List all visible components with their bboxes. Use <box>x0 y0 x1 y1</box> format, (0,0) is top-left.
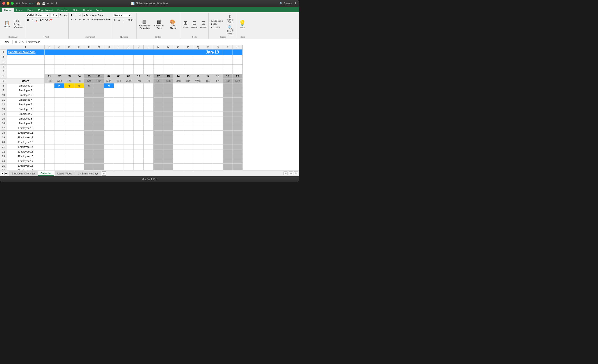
day-08[interactable]: Tue <box>114 79 124 83</box>
e1-t[interactable] <box>223 83 233 88</box>
day-06[interactable]: Sun <box>94 79 104 83</box>
col-header-r[interactable]: R <box>203 45 213 49</box>
share-icon[interactable]: ⬆ <box>294 2 297 5</box>
decrease-font-btn[interactable]: A↓ <box>63 13 67 17</box>
ideas-button[interactable]: 💡 Ideas <box>238 19 247 29</box>
day-12[interactable]: Sat <box>154 79 163 83</box>
align-middle-btn[interactable]: ↕ <box>74 13 78 17</box>
day-07[interactable]: Mon <box>104 79 114 83</box>
col-header-c[interactable]: C <box>54 45 64 49</box>
add-sheet-button[interactable]: + <box>102 171 106 176</box>
col-header-b[interactable]: B <box>45 45 54 49</box>
format-painter-button[interactable]: 🖌 Format <box>13 26 24 29</box>
align-right-btn[interactable]: ≡ <box>78 17 82 21</box>
day-04[interactable]: Fri <box>74 79 84 83</box>
e1-m[interactable] <box>154 83 163 88</box>
wrap-text-button[interactable]: ⮐ Wrap Text▾ <box>89 14 104 17</box>
sheet-tab-leave-types[interactable]: Leave Types <box>55 171 75 176</box>
date-05[interactable]: 05 <box>84 74 94 79</box>
day-02[interactable]: Wed <box>54 79 64 83</box>
date-04[interactable]: 04 <box>74 74 84 79</box>
normal-view-btn[interactable]: ⊟ <box>283 171 288 175</box>
empty-cell-1u[interactable] <box>233 49 243 55</box>
number-format-select[interactable]: General <box>113 13 132 17</box>
col-header-g[interactable]: G <box>94 45 104 49</box>
sheet-nav-left[interactable]: ◀ <box>1 172 4 175</box>
day-15[interactable]: Tue <box>183 79 193 83</box>
border-button[interactable]: ⊞▾ <box>40 18 44 22</box>
users-header-cell[interactable]: Users <box>7 79 45 83</box>
merge-centre-button[interactable]: ⊞ Merge & Centre▾ <box>91 18 111 21</box>
sheet-nav-right[interactable]: ▶ <box>4 172 8 175</box>
cell-reference-input[interactable] <box>1 40 13 44</box>
decrease-decimal-btn[interactable]: ←0 <box>126 18 130 22</box>
col-header-j[interactable]: J <box>124 45 134 49</box>
e1-h-h[interactable]: H <box>104 83 114 88</box>
day-03[interactable]: Thu <box>64 79 74 83</box>
home-icon[interactable]: 🏠 <box>37 2 40 5</box>
save-icon[interactable]: 💾 <box>42 2 46 5</box>
col-header-q[interactable]: Q <box>193 45 203 49</box>
date-09[interactable]: 09 <box>124 74 134 79</box>
tab-formulas[interactable]: Formulas <box>55 8 71 12</box>
date-02[interactable]: 02 <box>54 74 64 79</box>
e1-d-s[interactable]: S <box>64 83 74 88</box>
date-17[interactable]: 17 <box>203 74 213 79</box>
date-11[interactable]: 11 <box>144 74 154 79</box>
col-header-m[interactable]: M <box>154 45 163 49</box>
copy-button[interactable]: ⧉ Copy <box>13 23 24 26</box>
e1-j[interactable] <box>124 83 134 88</box>
day-17[interactable]: Thu <box>203 79 213 83</box>
redo-icon[interactable]: ↪ <box>51 2 54 5</box>
increase-indent-btn[interactable]: ⇥ <box>87 17 90 21</box>
day-16[interactable]: Wed <box>193 79 203 83</box>
find-select-button[interactable]: 🔍 Find & Select <box>224 25 236 35</box>
customize-icon[interactable]: ⬇ <box>55 2 58 5</box>
col-header-n[interactable]: N <box>163 45 173 49</box>
search-icon[interactable]: 🔍 <box>279 2 283 5</box>
day-20[interactable]: Sun <box>233 79 243 83</box>
e1-r[interactable] <box>203 83 213 88</box>
tab-data[interactable]: Data <box>71 8 81 12</box>
font-color-button[interactable]: A▾ <box>49 18 53 22</box>
align-top-btn[interactable]: ⬆ <box>70 13 73 17</box>
day-05[interactable]: Sat <box>84 79 94 83</box>
font-size-select[interactable]: 12 <box>50 13 59 17</box>
fill-color-button[interactable]: A▾ <box>45 18 49 22</box>
e1-p[interactable] <box>183 83 193 88</box>
date-08[interactable]: 08 <box>114 74 124 79</box>
e1-u[interactable] <box>233 83 243 88</box>
month-header-cell[interactable]: Jan-19 <box>45 49 223 55</box>
date-18[interactable]: 18 <box>213 74 223 79</box>
sheet-tab-uk-bank-holidays[interactable]: UK Bank Holidays <box>75 171 101 176</box>
tab-page-layout[interactable]: Page Layout <box>36 8 55 12</box>
tab-draw[interactable]: Draw <box>25 8 36 12</box>
day-11[interactable]: Fri <box>144 79 154 83</box>
cut-button[interactable]: ✂ Cut <box>13 20 24 22</box>
confirm-formula-icon[interactable]: ✓ <box>18 40 21 44</box>
e1-q[interactable] <box>193 83 203 88</box>
date-15[interactable]: 15 <box>183 74 193 79</box>
day-18[interactable]: Fri <box>213 79 223 83</box>
date-19[interactable]: 19 <box>223 74 233 79</box>
col-header-s[interactable]: S <box>213 45 223 49</box>
col-header-f[interactable]: F <box>84 45 94 49</box>
sheet-tab-calendar[interactable]: Calendar <box>38 171 54 176</box>
conditional-formatting-button[interactable]: ▤ Conditional Formatting <box>137 19 152 30</box>
date-14[interactable]: 14 <box>173 74 183 79</box>
auto-sum-button[interactable]: Σ Auto-sum▾ <box>210 20 224 22</box>
bold-button[interactable]: B <box>26 18 30 22</box>
formula-input[interactable] <box>25 40 298 44</box>
italic-button[interactable]: I <box>30 18 34 22</box>
day-09[interactable]: Wed <box>124 79 134 83</box>
e1-g[interactable] <box>94 83 104 88</box>
date-06[interactable]: 06 <box>94 74 104 79</box>
employee-1-cell[interactable]: Employee 1 <box>7 83 45 88</box>
col-header-a[interactable]: A <box>7 45 45 49</box>
day-19[interactable]: Sat <box>223 79 233 83</box>
decrease-indent-btn[interactable]: ⇤ <box>82 17 86 21</box>
col-header-i[interactable]: I <box>114 45 124 49</box>
tab-insert[interactable]: Insert <box>14 8 25 12</box>
date-20[interactable]: 20 <box>233 74 243 79</box>
day-01[interactable]: Tue <box>45 79 54 83</box>
